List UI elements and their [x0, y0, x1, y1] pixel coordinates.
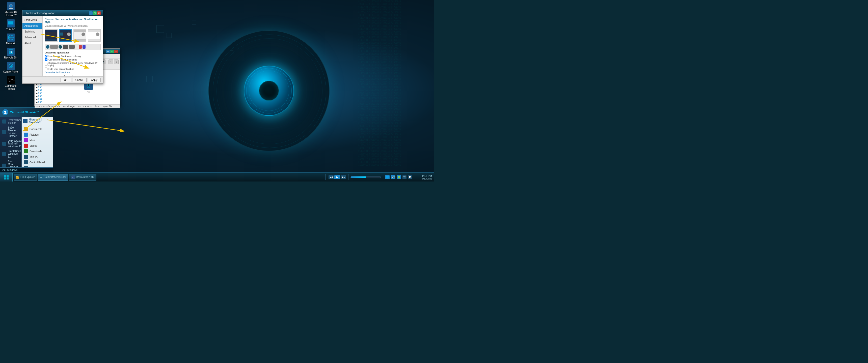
reshacker-close[interactable]: ✕ [114, 50, 118, 53]
toolbar-theme-icon [50, 45, 58, 48]
sm-item-patcher[interactable]: Se7en Theme Source Patcher [0, 125, 22, 138]
tray-icon-3[interactable]: ▶▶ [341, 175, 346, 179]
icon-thispc[interactable]: This PC [1, 19, 20, 32]
tray-action-icon[interactable]: 💬 [408, 175, 412, 179]
nav-start-menu[interactable]: Start Menu [23, 17, 42, 23]
taskbar-clock[interactable]: 1:51 PM 8/17/2021 [414, 174, 434, 180]
sm-item-oldnew[interactable]: OldNewExplorer TopShell Windows 11 [0, 138, 22, 149]
tray-network-icon[interactable]: 🌐 [385, 175, 390, 179]
sm-item-builder[interactable]: ResPatcher Builder [0, 118, 22, 125]
svg-rect-8 [9, 26, 13, 27]
toolbar-win-icon [59, 45, 62, 48]
icon-recycle[interactable]: Recycle Bin [1, 46, 20, 60]
reshacker-minimize[interactable]: ─ [106, 50, 110, 53]
taskbar-file-explorer[interactable]: File Explorer [13, 174, 37, 181]
tray-volume-icon[interactable]: 🔊 [391, 175, 395, 179]
desktop: 01001010 11001001 01101001 10110010 1001… [0, 0, 434, 182]
tray-media-area: ◀◀ ▶ ▶▶ [329, 175, 346, 179]
tray-battery-icon[interactable]: 🔋 [397, 175, 401, 179]
sm-item-startmenu[interactable]: Start Menu Windows 11 [0, 159, 22, 167]
sm-right-music[interactable]: Music [23, 137, 52, 143]
svg-rect-6 [8, 22, 13, 25]
checkbox-hide-picture[interactable] [45, 68, 48, 70]
start-button[interactable] [0, 173, 12, 182]
tree-item-957[interactable]: ▶957 [35, 98, 56, 101]
checkbox-taskbar-coloring[interactable] [45, 58, 48, 61]
sm-right-control[interactable]: Control Panel [23, 160, 52, 165]
tray-progress-fill [351, 176, 366, 178]
reshacker-statusbar: IMAGELIST/950/Neutral PNG image 34 x 34 … [35, 104, 120, 108]
clock-date: 8/17/2021 [416, 177, 432, 180]
tray-icon-1[interactable]: ◀◀ [329, 175, 334, 179]
nav-switching[interactable]: Switching [23, 29, 42, 35]
icon-slovakia[interactable]: Microsoft® Slovakia™ [1, 1, 20, 18]
icon-control-panel[interactable]: Control Panel [1, 61, 20, 74]
tree-item-954[interactable]: ▶954 [35, 89, 56, 92]
desktop-icons-container: Microsoft® Slovakia™ This PC [1, 1, 20, 92]
ok-button[interactable]: OK [61, 78, 71, 82]
taskbar-items-container: File Explorer R ResPatcher Builder R Res… [12, 174, 325, 181]
sib-footer: OK Cancel Apply [23, 76, 103, 84]
sm-right-thispc[interactable]: This PC [23, 154, 52, 160]
reshacker-maximize[interactable]: □ [110, 50, 114, 53]
sm-label-music: Music [30, 139, 36, 142]
theme-previews [45, 29, 101, 42]
cancel-button[interactable]: Cancel [72, 78, 87, 82]
sm-icon-pics [24, 133, 28, 137]
sm-right-pics[interactable]: Pictures [23, 132, 52, 137]
tree-item-959[interactable]: ▶959 [35, 104, 56, 104]
svg-point-2 [9, 4, 12, 7]
apply-button[interactable]: Apply [88, 78, 101, 82]
sm-label-control: Control Panel [30, 161, 45, 164]
sm-right-header-label: Microsoft® Slovakia™ [29, 118, 52, 124]
sm-right-videos[interactable]: Videos [23, 143, 52, 148]
taskbar-restorator[interactable]: R Restorator 2007 [69, 174, 96, 181]
sm-icon-control [24, 160, 28, 164]
tree-item-953[interactable]: ▶953 [35, 86, 56, 89]
tree-item-955[interactable]: ▶955 [35, 92, 56, 95]
checkbox-display-programs[interactable] [45, 63, 48, 66]
maximize-button[interactable]: □ [93, 11, 97, 15]
tree-item-956[interactable]: ▶956 [35, 95, 56, 98]
sm-right-downloads[interactable]: Downloads [23, 148, 52, 154]
icon-cmd[interactable]: C:\>_ cmd Command Prompt [1, 75, 20, 92]
sm-shutdown-icon: ⏻ [2, 169, 5, 171]
minimize-button[interactable]: ─ [89, 11, 93, 15]
nav-advanced[interactable]: Advanced [23, 35, 42, 40]
customize-label: Customize appearance [45, 52, 101, 54]
sm-footer-shutdown[interactable]: ⏻ Shut down [2, 169, 18, 171]
sm-icon-patcher [2, 130, 6, 134]
check-row-3: Display All programs in Start menu (Wind… [45, 62, 101, 67]
taskbar-respacther[interactable]: R ResPatcher Builder [38, 174, 68, 181]
nav-appearance[interactable]: Appearance [23, 23, 42, 29]
icon-control-panel-label: Control Panel [3, 70, 19, 73]
rh-tool-up[interactable]: ↑ [108, 60, 113, 64]
taskbar-icon-size-select[interactable]: MSL [64, 75, 72, 76]
status-path: IMAGELIST/950/Neutral [36, 105, 60, 108]
theme-preview-3[interactable] [73, 29, 86, 42]
sm-right-docs[interactable]: Documents [23, 126, 52, 132]
sm-item-startisback[interactable]: StartIsBack Windows 11 [0, 149, 22, 159]
rh-tool-down[interactable]: ↓ [114, 60, 119, 64]
status-dims: 34 x 34 - 32 bit colors [77, 105, 99, 108]
customize-taskbar-fonts-link[interactable]: Customize Taskbar Fonts... [45, 71, 101, 74]
sib-visual-style: Visual style: Blade v2 • Windows 10 butt… [45, 25, 101, 27]
theme-preview-4[interactable] [88, 29, 101, 42]
svg-rect-34 [16, 176, 18, 177]
tray-shield-icon[interactable]: 🛡 [402, 175, 406, 179]
theme-preview-1[interactable] [45, 29, 58, 42]
checkbox-custom-coloring[interactable] [45, 55, 48, 58]
theme-preview-2[interactable] [59, 29, 72, 42]
check-row-4: Hide user account picture [45, 68, 101, 70]
svg-rect-31 [4, 177, 6, 179]
margins-select[interactable]: MSL [84, 75, 92, 76]
sm-label-builder: ResPatcher Builder [8, 119, 21, 124]
sm-label-downloads: Downloads [30, 150, 42, 153]
tray-icon-2[interactable]: ▶ [334, 175, 340, 179]
icon-network[interactable]: Network [1, 33, 20, 46]
close-button[interactable]: ✕ [97, 11, 101, 15]
nav-about[interactable]: About [23, 40, 42, 46]
sm-right-settings[interactable]: Settings [23, 165, 52, 167]
tree-item-958[interactable]: ▶958 [35, 101, 56, 104]
icon-recycle-label: Recycle Bin [4, 56, 18, 59]
